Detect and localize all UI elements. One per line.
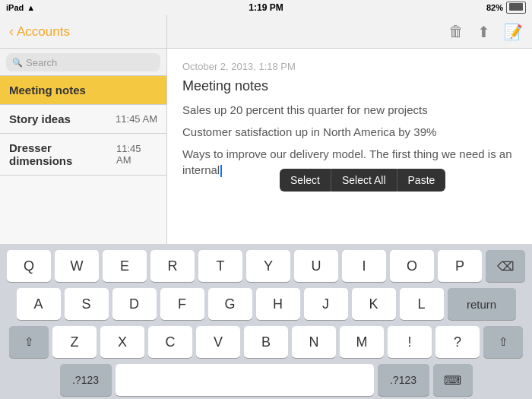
sidebar: ‹ Accounts 🔍 Search Meeting notes Story … bbox=[0, 15, 167, 244]
ipad-label: iPad bbox=[6, 3, 24, 12]
special-right-key[interactable]: .?123 bbox=[378, 364, 429, 396]
note-item-story[interactable]: Story ideas 11:45 AM bbox=[0, 105, 166, 134]
battery-percent: 82% bbox=[486, 3, 503, 12]
key-f[interactable]: F bbox=[160, 288, 204, 320]
special-left-key[interactable]: .?123 bbox=[60, 364, 112, 396]
text-cursor bbox=[220, 165, 222, 177]
key-k[interactable]: K bbox=[352, 288, 396, 320]
note-item-title: Story ideas bbox=[9, 112, 71, 125]
compose-icon[interactable]: 📝 bbox=[504, 23, 523, 41]
app-container: ‹ Accounts 🔍 Search Meeting notes Story … bbox=[0, 15, 532, 399]
accounts-title[interactable]: Accounts bbox=[17, 24, 70, 40]
keyboard-row-1: Q W E R T Y U I O P ⌫ bbox=[3, 250, 529, 282]
key-z[interactable]: Z bbox=[52, 326, 97, 358]
shift-key-right[interactable]: ⇧ bbox=[483, 326, 523, 358]
note-item-time: 11:45 AM bbox=[116, 113, 157, 125]
share-icon[interactable]: ⬆ bbox=[477, 23, 490, 41]
status-left: iPad ▲ bbox=[6, 3, 35, 12]
note-title-text: Meeting notes bbox=[182, 78, 517, 94]
note-item-title: Meeting notes bbox=[9, 84, 86, 97]
search-bar[interactable]: 🔍 Search bbox=[0, 49, 166, 76]
status-right: 82% bbox=[486, 2, 526, 14]
backspace-key[interactable]: ⌫ bbox=[486, 250, 525, 282]
keyboard-row-3: ⇧ Z X C V B N M ! ? ⇧ bbox=[3, 326, 529, 358]
key-d[interactable]: D bbox=[112, 288, 157, 320]
accounts-header: ‹ Accounts bbox=[0, 15, 166, 49]
key-i[interactable]: I bbox=[342, 250, 386, 282]
wifi-icon: ▲ bbox=[27, 3, 35, 12]
key-h[interactable]: H bbox=[256, 288, 300, 320]
key-m[interactable]: M bbox=[340, 326, 384, 358]
key-q[interactable]: Q bbox=[7, 250, 51, 282]
shift-key[interactable]: ⇧ bbox=[9, 326, 49, 358]
key-l[interactable]: L bbox=[400, 288, 444, 320]
keyboard-icon-key[interactable]: ⌨ bbox=[433, 364, 473, 396]
note-toolbar: 🗑 ⬆ 📝 bbox=[167, 15, 532, 49]
status-time: 1:19 PM bbox=[249, 2, 283, 13]
key-question[interactable]: ? bbox=[435, 326, 480, 358]
battery-icon bbox=[506, 2, 526, 14]
key-b[interactable]: B bbox=[244, 326, 288, 358]
key-x[interactable]: X bbox=[100, 326, 144, 358]
note-content[interactable]: October 2, 2013, 1:18 PM Meeting notes S… bbox=[167, 49, 532, 244]
key-exclaim[interactable]: ! bbox=[388, 326, 432, 358]
note-item-meeting[interactable]: Meeting notes bbox=[0, 76, 166, 105]
search-placeholder: Search bbox=[26, 57, 57, 68]
trash-icon[interactable]: 🗑 bbox=[448, 23, 464, 40]
key-a[interactable]: A bbox=[17, 288, 61, 320]
search-input-wrap[interactable]: 🔍 Search bbox=[6, 53, 160, 71]
key-o[interactable]: O bbox=[390, 250, 434, 282]
status-bar: iPad ▲ 1:19 PM 82% bbox=[0, 0, 532, 15]
key-v[interactable]: V bbox=[196, 326, 240, 358]
context-select-all-button[interactable]: Select All bbox=[331, 169, 397, 192]
key-g[interactable]: G bbox=[208, 288, 252, 320]
note-date: October 2, 2013, 1:18 PM bbox=[182, 61, 517, 72]
context-select-button[interactable]: Select bbox=[280, 169, 331, 192]
space-key[interactable] bbox=[116, 364, 374, 396]
note-item-time: 11:45 AM bbox=[116, 143, 157, 166]
note-body-line-1: Sales up 20 percent this quarter for new… bbox=[182, 102, 517, 118]
key-p[interactable]: P bbox=[438, 250, 482, 282]
note-item-title: Dresser dimensions bbox=[9, 141, 116, 167]
key-c[interactable]: C bbox=[148, 326, 192, 358]
keyboard-row-2: A S D F G H J K L return bbox=[3, 288, 529, 320]
context-menu-inner: Select Select All Paste bbox=[280, 169, 445, 192]
keyboard-bottom-row: .?123 .?123 ⌨ bbox=[3, 364, 529, 396]
key-t[interactable]: T bbox=[198, 250, 242, 282]
context-menu: Select Select All Paste bbox=[280, 169, 445, 192]
note-item-dresser[interactable]: Dresser dimensions 11:45 AM bbox=[0, 134, 166, 176]
key-r[interactable]: R bbox=[150, 250, 195, 282]
keyboard-area: Q W E R T Y U I O P ⌫ A S D F G H J K L … bbox=[0, 244, 532, 399]
key-w[interactable]: W bbox=[55, 250, 99, 282]
context-paste-button[interactable]: Paste bbox=[397, 169, 446, 192]
key-s[interactable]: S bbox=[65, 288, 109, 320]
search-icon: 🔍 bbox=[12, 58, 23, 68]
note-list: Meeting notes Story ideas 11:45 AM Dress… bbox=[0, 76, 166, 244]
note-area: 🗑 ⬆ 📝 October 2, 2013, 1:18 PM Meeting n… bbox=[167, 15, 532, 244]
back-arrow-icon[interactable]: ‹ bbox=[9, 24, 14, 40]
key-u[interactable]: U bbox=[294, 250, 338, 282]
content-area: ‹ Accounts 🔍 Search Meeting notes Story … bbox=[0, 15, 532, 244]
note-body-line-2: Customer satisfaction up in North Americ… bbox=[182, 124, 517, 140]
key-e[interactable]: E bbox=[103, 250, 147, 282]
key-y[interactable]: Y bbox=[246, 250, 290, 282]
key-j[interactable]: J bbox=[304, 288, 348, 320]
key-n[interactable]: N bbox=[292, 326, 336, 358]
return-key[interactable]: return bbox=[448, 288, 516, 320]
